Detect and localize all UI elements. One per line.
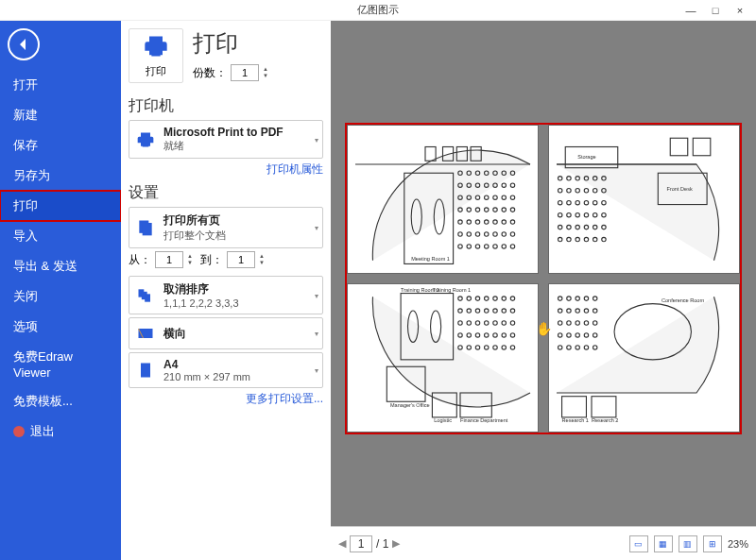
svg-rect-156: [562, 396, 587, 416]
prev-page-button[interactable]: ◀: [338, 537, 346, 550]
printer-section-title: 打印机: [129, 96, 323, 116]
chevron-down-icon: ▾: [315, 224, 318, 232]
next-page-button[interactable]: ▶: [392, 537, 400, 550]
svg-point-86: [576, 200, 579, 204]
preview-pages: Meeting Room 1: [345, 123, 742, 434]
svg-point-57: [510, 231, 514, 235]
svg-point-123: [493, 296, 497, 299]
svg-text:Research 1: Research 1: [562, 417, 589, 423]
sidebar-item-4[interactable]: 打印: [0, 191, 121, 221]
range-to-input[interactable]: 1: [227, 251, 255, 268]
sidebar-item-11[interactable]: 退出: [0, 416, 121, 447]
orientation-select[interactable]: 横向 ▾: [129, 317, 323, 349]
exit-icon: [13, 426, 25, 437]
svg-point-128: [475, 308, 479, 312]
svg-rect-69: [670, 138, 688, 156]
preview-page: Training Room 2Training Room 1 Manager's…: [347, 283, 539, 433]
paper-icon: [135, 360, 156, 381]
svg-point-131: [502, 308, 506, 312]
preview-page: Storage Front Desk: [548, 125, 740, 274]
pages-title: 打印所有页: [163, 212, 226, 229]
sidebar-item-3[interactable]: 另存为: [0, 161, 121, 191]
sidebar-item-9[interactable]: 免费Edraw Viewer: [0, 342, 121, 386]
more-print-settings-link[interactable]: 更多打印设置...: [129, 391, 323, 407]
sidebar-item-8[interactable]: 选项: [0, 312, 121, 342]
sidebar-item-6[interactable]: 导出 & 发送: [0, 251, 121, 281]
current-page-input[interactable]: 1: [350, 535, 372, 552]
svg-point-176: [567, 332, 571, 336]
svg-point-60: [475, 244, 479, 247]
svg-point-127: [467, 308, 471, 312]
svg-point-59: [467, 244, 471, 247]
print-button[interactable]: 打印: [129, 28, 183, 83]
arrow-left-icon: [16, 37, 31, 52]
printer-select[interactable]: Microsoft Print to PDF 就绪 ▾: [129, 120, 323, 159]
window-minimize-button[interactable]: —: [684, 5, 697, 16]
sidebar-item-1[interactable]: 新建: [0, 100, 121, 130]
svg-point-175: [558, 332, 561, 336]
sidebar-item-label: 退出: [30, 423, 55, 440]
svg-point-179: [593, 332, 596, 336]
svg-point-136: [485, 320, 489, 324]
sidebar-item-7[interactable]: 关闭: [0, 281, 121, 312]
svg-point-38: [467, 207, 471, 211]
svg-point-142: [475, 332, 479, 336]
collate-select[interactable]: 取消排序 1,1,1 2,2,2 3,3,3 ▾: [129, 276, 323, 314]
sidebar-item-label: 免费Edraw Viewer: [13, 349, 73, 380]
preview-area[interactable]: Meeting Room 1: [331, 21, 756, 526]
svg-point-90: [558, 212, 561, 216]
titlebar: 亿图图示 — □ ×: [0, 0, 756, 21]
svg-point-39: [475, 207, 479, 211]
range-from-stepper[interactable]: ▲▼: [187, 253, 197, 266]
window-close-button[interactable]: ×: [733, 5, 747, 16]
svg-point-79: [567, 188, 571, 192]
preview-page: Meeting Room 1: [347, 125, 539, 274]
sidebar-item-2[interactable]: 保存: [0, 130, 121, 161]
svg-point-49: [502, 219, 506, 223]
svg-point-161: [567, 296, 571, 299]
printer-properties-link[interactable]: 打印机属性: [129, 161, 323, 178]
range-to-stepper[interactable]: ▲▼: [259, 253, 268, 266]
range-from-input[interactable]: 1: [155, 251, 183, 268]
paper-select[interactable]: A4 210 mm × 297 mm ▾: [129, 352, 323, 388]
svg-point-37: [458, 207, 462, 211]
page-title: 打印: [193, 28, 272, 59]
orientation-icon: [135, 323, 156, 344]
svg-point-178: [584, 332, 588, 336]
zoom-fit-button[interactable]: ⊞: [703, 535, 722, 552]
preview-footer: ◀ 1 / 1 ▶ ▭ ▦ ▥ ⊞ 23%: [331, 526, 756, 560]
pages-select[interactable]: 打印所有页 打印整个文档 ▾: [129, 207, 323, 248]
svg-point-164: [593, 296, 596, 299]
view-grid-button[interactable]: ▥: [679, 535, 697, 552]
copies-label: 份数：: [193, 65, 227, 81]
svg-point-43: [510, 207, 514, 211]
back-button[interactable]: [8, 28, 40, 60]
view-single-button[interactable]: ▭: [629, 535, 648, 552]
view-multi-button[interactable]: ▦: [654, 535, 673, 552]
chevron-down-icon: ▾: [315, 135, 318, 144]
print-settings-panel: 打印 打印 份数： 1 ▲▼ 打印机 Microsoft Print to PD…: [121, 21, 331, 560]
svg-point-174: [593, 320, 596, 324]
svg-point-50: [510, 219, 514, 223]
svg-point-177: [576, 332, 579, 336]
window-maximize-button[interactable]: □: [709, 5, 722, 16]
svg-text:Manager's Office: Manager's Office: [390, 401, 430, 407]
svg-point-135: [475, 320, 479, 324]
sidebar-item-10[interactable]: 免费模板...: [0, 386, 121, 416]
svg-point-184: [593, 345, 596, 348]
svg-point-169: [593, 308, 596, 312]
svg-rect-157: [592, 396, 616, 416]
sidebar-item-5[interactable]: 导入: [0, 221, 121, 251]
orientation-title: 横向: [163, 326, 186, 342]
svg-point-168: [584, 308, 588, 312]
sidebar-item-0[interactable]: 打开: [0, 70, 121, 100]
collate-icon: [135, 285, 156, 306]
svg-point-133: [458, 320, 462, 324]
copies-stepper[interactable]: ▲▼: [263, 66, 272, 79]
svg-rect-4: [145, 294, 150, 301]
svg-point-61: [485, 244, 489, 247]
copies-input[interactable]: 1: [231, 64, 259, 81]
svg-text:Front Desk: Front Desk: [667, 185, 693, 191]
svg-point-64: [510, 244, 514, 247]
svg-point-34: [493, 195, 497, 198]
